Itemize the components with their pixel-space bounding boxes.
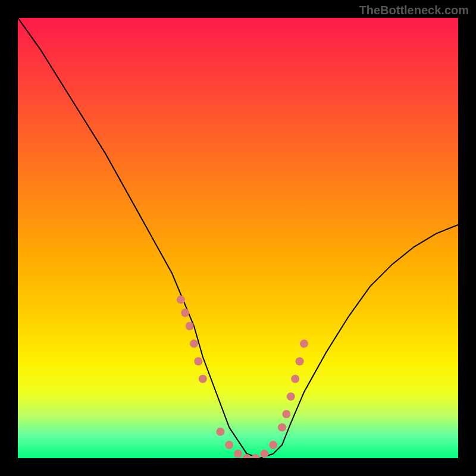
marker-dot: [287, 392, 295, 400]
marker-dot: [252, 454, 260, 458]
marker-dot: [269, 441, 277, 449]
marker-dot: [234, 450, 242, 458]
marker-dot: [190, 340, 198, 348]
curve-markers: [177, 296, 308, 458]
marker-dot: [177, 296, 185, 304]
marker-dot: [260, 450, 268, 458]
marker-dot: [186, 322, 194, 330]
watermark-text: TheBottleneck.com: [359, 4, 469, 17]
chart-svg: [18, 18, 458, 458]
marker-dot: [282, 410, 290, 418]
plot-area: [18, 18, 458, 458]
marker-dot: [300, 340, 308, 348]
marker-dot: [296, 357, 304, 365]
marker-dot: [194, 357, 202, 365]
marker-dot: [199, 375, 207, 383]
marker-dot: [181, 309, 189, 317]
marker-dot: [225, 441, 233, 449]
marker-dot: [291, 375, 299, 383]
marker-dot: [278, 423, 286, 431]
marker-dot: [216, 428, 224, 436]
curve-line: [18, 18, 458, 458]
